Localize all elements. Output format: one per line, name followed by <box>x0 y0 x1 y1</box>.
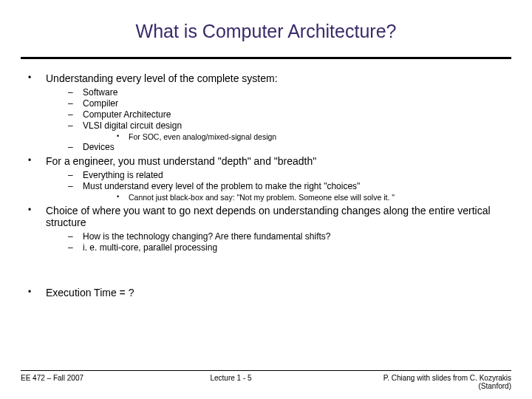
sub-software: Software <box>46 87 511 98</box>
bullet-engineer: For a engineer, you must understand "dep… <box>21 155 511 202</box>
sub-text: Software <box>83 87 117 98</box>
sub-text: VLSI digital circuit design <box>83 120 182 131</box>
slide-title: What is Computer Architecture? <box>0 0 532 50</box>
bullet-choice: Choice of where you want to go next depe… <box>21 205 511 253</box>
bullet-exec-time: Execution Time = ? <box>21 287 511 299</box>
subsub-text: For SOC, even analog/mixed-signal design <box>129 132 276 141</box>
footer-left: EE 472 – Fall 2007 <box>21 374 83 382</box>
sub-compiler: Compiler <box>46 98 511 109</box>
subsub-text: Cannot just black-box and say: "Not my p… <box>129 193 395 202</box>
bullet-text: Understanding every level of the complet… <box>46 72 278 84</box>
sub-comp-arch: Computer Architecture <box>46 109 511 120</box>
sub-text: Must understand every level of the probl… <box>83 181 360 191</box>
bullet-text: Choice of where you want to go next depe… <box>46 205 491 228</box>
bullet-text: Execution Time = ? <box>46 287 134 299</box>
subsub-blackbox: Cannot just black-box and say: "Not my p… <box>83 193 511 202</box>
sub-choices: Must understand every level of the probl… <box>46 181 511 202</box>
footer-center: Lecture 1 - 5 <box>210 374 251 382</box>
footer: EE 472 – Fall 2007 Lecture 1 - 5 P. Chia… <box>0 370 532 390</box>
slide-content: Understanding every level of the complet… <box>0 59 532 299</box>
sub-multicore: i. e. multi-core, parallel processing <box>46 242 511 253</box>
sub-devices: Devices <box>46 142 511 152</box>
footer-divider <box>21 370 511 371</box>
sub-text: How is the technology changing? Are ther… <box>83 231 331 242</box>
sub-text: Everything is related <box>83 170 163 180</box>
sub-vlsi: VLSI digital circuit design For SOC, eve… <box>46 120 511 141</box>
subsub-soc: For SOC, even analog/mixed-signal design <box>83 132 511 141</box>
sub-text: i. e. multi-core, parallel processing <box>83 242 217 253</box>
bullet-text: For a engineer, you must understand "dep… <box>46 155 316 167</box>
sub-text: Compiler <box>83 98 118 109</box>
sub-text: Devices <box>83 142 115 152</box>
bullet-understanding: Understanding every level of the complet… <box>21 72 511 152</box>
footer-right: P. Chiang with slides from C. Kozyrakis … <box>378 374 511 390</box>
sub-text: Computer Architecture <box>83 109 171 120</box>
sub-related: Everything is related <box>46 170 511 180</box>
sub-tech-change: How is the technology changing? Are ther… <box>46 231 511 242</box>
